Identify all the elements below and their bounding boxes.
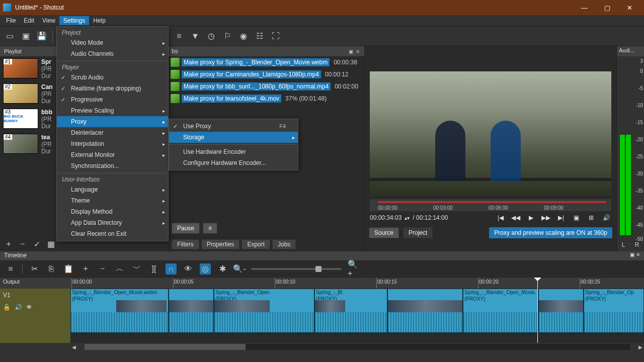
open-file-icon[interactable]: ▭: [4, 31, 15, 42]
jobs-menu-button[interactable]: ≡: [203, 223, 217, 234]
mi-preview-scaling[interactable]: Preview Scaling▸: [57, 105, 168, 116]
timeline-clip[interactable]: Spring_-_Bl(PROXY): [314, 289, 387, 333]
track-header[interactable]: V1 🔓 🔊 👁: [0, 289, 70, 343]
append-icon[interactable]: ＋: [80, 263, 91, 275]
tab-filters[interactable]: Filters: [172, 239, 199, 249]
timeline-popout-icon[interactable]: ▣ ✕: [630, 252, 640, 260]
minimize-button[interactable]: —: [573, 0, 596, 15]
proxy-status-pill[interactable]: Proxy and preview scaling are ON at 360p: [489, 227, 612, 238]
jobs-close-icon[interactable]: ✕: [354, 49, 361, 54]
mute-icon[interactable]: 🔊: [15, 304, 22, 311]
forward-icon[interactable]: ▶▶: [541, 214, 551, 221]
zoom-icon[interactable]: ▣: [571, 214, 581, 221]
mi-deinterlacer[interactable]: Deinterlacer▸: [57, 127, 168, 138]
clips-area[interactable]: Spring_-_Blender_Open_Movie.webm(PROXY)S…: [70, 289, 644, 337]
timeline-ruler[interactable]: 00:00:00 00:00:05 00:00:10 00:00:15 00:0…: [70, 278, 644, 289]
pause-button[interactable]: Pause: [172, 223, 200, 234]
volume-icon[interactable]: 🔊: [601, 214, 611, 221]
timeline-clip[interactable]: Spring_-_Blender_Open(PROXY): [214, 289, 314, 333]
menu-help[interactable]: Help: [89, 16, 110, 25]
mi-video-mode[interactable]: Video Mode▸: [57, 37, 168, 48]
timeline-clip[interactable]: Spring_-_Blender_Open_Movie.webm(PROXY): [70, 289, 169, 333]
mi-clear-recent[interactable]: Clear Recent on Exit: [57, 228, 168, 239]
mi-display-method[interactable]: Display Method▸: [57, 206, 168, 217]
timeline-clip[interactable]: Spring_-_Blender_Op(PROXY): [584, 289, 644, 333]
mi-use-proxy[interactable]: ✓Use ProxyF4: [169, 121, 298, 132]
playlist-check-icon[interactable]: ✓: [31, 239, 42, 250]
mi-realtime[interactable]: ✓Realtime (frame dropping): [57, 83, 168, 94]
maximize-button[interactable]: ▢: [596, 0, 618, 15]
mi-external-monitor[interactable]: External Monitor▸: [57, 149, 168, 160]
filters-icon[interactable]: ▼: [190, 31, 201, 42]
open-other-icon[interactable]: ▣: [20, 31, 31, 42]
snap-icon[interactable]: ∩: [166, 263, 177, 275]
stack-icon[interactable]: ☷: [254, 31, 265, 42]
output-row[interactable]: Output: [0, 278, 70, 289]
playhead[interactable]: [537, 278, 538, 343]
skip-start-icon[interactable]: |◀: [496, 214, 506, 221]
playlist-add-icon[interactable]: ＋: [3, 239, 14, 250]
mi-scrub-audio[interactable]: ✓Scrub Audio: [57, 72, 168, 83]
zoom-in-icon[interactable]: 🔍+: [348, 263, 359, 275]
grid-icon[interactable]: ⊞: [586, 214, 596, 221]
timeline-clip[interactable]: [538, 289, 584, 333]
mi-theme[interactable]: Theme▸: [57, 195, 168, 206]
mi-interpolation[interactable]: Interpolation▸: [57, 138, 168, 149]
lock-icon[interactable]: 🔓: [3, 304, 11, 311]
job-row[interactable]: Make proxy for Spring_-_Blender_Open_Mov…: [169, 56, 364, 68]
scrub-icon[interactable]: 👁: [183, 263, 194, 275]
zoom-out-icon[interactable]: 🔍-: [234, 263, 245, 275]
lift-icon[interactable]: ︿: [114, 263, 125, 275]
remove-icon[interactable]: －: [97, 263, 108, 275]
rewind-icon[interactable]: ◀◀: [511, 214, 521, 221]
play-icon[interactable]: ▶: [526, 214, 536, 221]
menu-file[interactable]: File: [2, 16, 20, 25]
cut-icon[interactable]: ✂: [29, 263, 40, 275]
copy-icon[interactable]: ⎘: [46, 263, 57, 275]
save-icon[interactable]: 💾: [36, 31, 47, 42]
close-button[interactable]: ✕: [618, 0, 641, 15]
tab-export[interactable]: Export: [242, 239, 270, 249]
paste-icon[interactable]: 📋: [63, 263, 74, 275]
mi-language[interactable]: Language▸: [57, 184, 168, 195]
video-preview[interactable]: [370, 71, 611, 196]
toolbar-list-icon[interactable]: ≡: [174, 31, 185, 42]
menu-view[interactable]: View: [38, 16, 59, 25]
marker-icon[interactable]: ⚐: [222, 31, 233, 42]
mi-proxy[interactable]: Proxy▸: [57, 116, 168, 127]
job-row[interactable]: Make proxy for Caminandes_Llamigos-1080p…: [169, 68, 364, 80]
menu-settings[interactable]: Settings: [59, 16, 89, 25]
mi-audio-channels[interactable]: Audio Channels▸: [57, 48, 168, 59]
zoom-slider[interactable]: [251, 268, 342, 270]
playlist-remove-icon[interactable]: －: [17, 239, 28, 250]
project-button[interactable]: Project: [403, 227, 433, 238]
timeline-clip[interactable]: [169, 289, 214, 333]
timeline-scrollbar[interactable]: ◀▶: [0, 343, 644, 351]
menu-edit[interactable]: Edit: [20, 16, 38, 25]
fullscreen-icon[interactable]: ⛶: [270, 31, 281, 42]
record-icon[interactable]: ◉: [238, 31, 249, 42]
ripple-all-icon[interactable]: ✱: [217, 263, 228, 275]
mi-app-data[interactable]: App Data Directory▸: [57, 217, 168, 228]
mi-progressive[interactable]: ✓Progressive: [57, 94, 168, 105]
jobs-popout-icon[interactable]: ▣: [347, 49, 354, 54]
overwrite-icon[interactable]: ﹀: [131, 263, 142, 275]
mi-conf-hw-encoder[interactable]: Configure Hardware Encoder...: [169, 157, 298, 168]
tab-jobs[interactable]: Jobs: [272, 239, 296, 249]
timer-icon[interactable]: ◷: [206, 31, 217, 42]
job-row[interactable]: Make proxy for bbb_sunf..._1080p_60fps_n…: [169, 80, 364, 93]
preview-scrubber[interactable]: 00:00:00 00:03:00 00:06:00 00:09:00: [370, 199, 611, 211]
skip-end-icon[interactable]: ▶|: [556, 214, 566, 221]
mi-synchronization[interactable]: Synchronization...: [57, 160, 168, 171]
ripple-icon[interactable]: ◎: [200, 263, 211, 275]
mi-storage[interactable]: Storage▸: [169, 132, 298, 143]
timecode-current[interactable]: 00:00:34:03: [370, 214, 401, 221]
job-row[interactable]: Make proxy for tearsofsteel_4k.mov37% (0…: [169, 93, 364, 105]
timeline-clip[interactable]: Spring_-_Blender_Open_Movie.(PROXY): [463, 289, 538, 333]
source-button[interactable]: Source: [369, 227, 399, 238]
hide-icon[interactable]: 👁: [26, 304, 32, 311]
mi-use-hw-encoder[interactable]: Use Hardware Encoder: [169, 146, 298, 157]
timeline-clip[interactable]: [387, 289, 463, 333]
tl-menu-icon[interactable]: ≡: [5, 263, 16, 275]
split-icon[interactable]: ][: [148, 263, 159, 275]
